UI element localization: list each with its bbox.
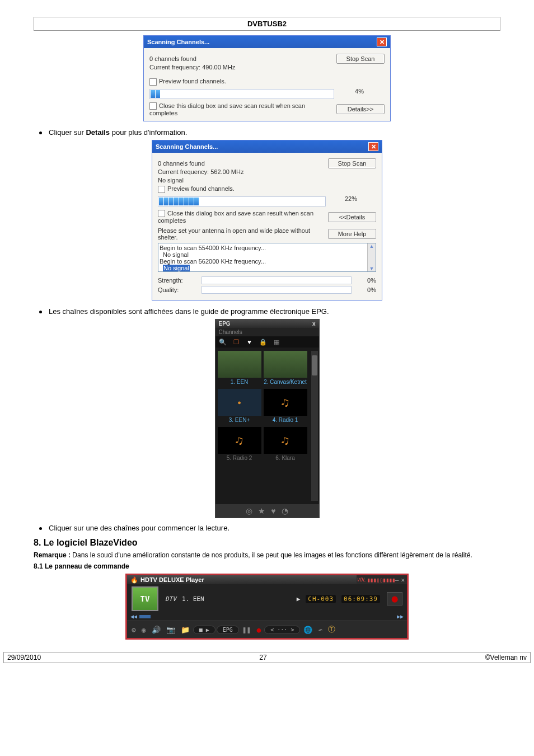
details-collapse-button[interactable]: <<Details [328, 212, 376, 222]
minimize-icon[interactable]: — [395, 576, 399, 584]
prev-track-icon[interactable]: ◀◀ [130, 613, 137, 619]
scan-progress-bar [158, 196, 326, 206]
star-icon[interactable]: ★ [258, 506, 265, 515]
vol-label: VOL [357, 577, 367, 583]
scanning-dialog-detailed: Scanning Channels... ✕ 0 channels found … [152, 140, 382, 300]
music-icon: ♫ [233, 433, 245, 448]
channel-label: 5. Radio 2 [218, 455, 261, 462]
channel-thumb [264, 351, 307, 378]
bullet-text-epg: Les chaînes disponibles sont affichées d… [49, 307, 329, 316]
record-icon[interactable]: ⬤ [387, 592, 402, 605]
close-on-complete-label: Close this dialog box and save scan resu… [158, 210, 313, 224]
heart-icon[interactable]: ♥ [271, 506, 275, 515]
log-line-selected: No signal [163, 265, 190, 271]
dialog-title: Scanning Channels... [147, 39, 209, 45]
remark-text: Dans le souci d'une amélioration constan… [71, 551, 472, 559]
close-icon[interactable]: ✕ [368, 142, 378, 151]
epg-bottom-bar: ◎ ★ ♥ ◔ [216, 504, 319, 518]
scan-percent: 4% [334, 88, 385, 95]
preview-label: Preview found channels. [159, 78, 226, 84]
channel-item[interactable]: ♫ 4. Radio 1 [264, 389, 307, 424]
vol-bars: ▮▮▮▯▯▮▮▮▮ [367, 576, 395, 584]
log-scrollbar[interactable]: ▲▼ [367, 243, 376, 271]
remark-paragraph: Remarque : Dans le souci d'une améliorat… [34, 551, 500, 559]
search-icon[interactable]: 🔍 [219, 338, 227, 346]
gear-icon[interactable]: ⚙ [129, 626, 138, 634]
quality-value: 0% [356, 287, 376, 293]
antenna-icon[interactable]: ◎ [246, 506, 252, 515]
channel-label: 2. Canvas/Ketnet [264, 379, 307, 386]
strength-label: Strength: [158, 277, 197, 284]
bullet-icon [39, 311, 42, 313]
channel-item[interactable]: ♫ 6. Klara [264, 427, 307, 462]
footer-date: 29/09/2010 [7, 654, 41, 661]
channel-label: 1. EEN [218, 379, 261, 386]
record-button[interactable]: ● [254, 626, 263, 634]
seek-bar[interactable] [139, 615, 151, 618]
epg-subtitle: Channels [216, 328, 319, 336]
epg-panel: EPG x Channels 🔍 ❐ ♥ 🔒 ▦ 1. EEN 2. Canva… [215, 319, 320, 518]
more-help-button[interactable]: More Help [328, 229, 376, 239]
details-button[interactable]: Details>> [336, 104, 385, 114]
channel-number-lcd: CH-003 [306, 595, 336, 603]
camera-icon[interactable]: 📷 [164, 626, 177, 634]
log-line: No signal [160, 251, 374, 258]
stop-scan-button[interactable]: Stop Scan [336, 54, 385, 64]
scroll-down-icon[interactable]: ▼ [369, 266, 374, 271]
speaker-icon[interactable]: 🔊 [149, 626, 163, 634]
footer-copyright: ©Velleman nv [485, 654, 527, 661]
channel-item[interactable]: 1. EEN [218, 351, 261, 386]
epg-toolbar: 🔍 ❐ ♥ 🔒 ▦ [216, 336, 319, 348]
stop-scan-button[interactable]: Stop Scan [328, 158, 376, 168]
scan-log: Begin to scan 554000 KHz frequency... No… [158, 243, 376, 272]
channel-label: 3. EEN+ [218, 417, 261, 424]
grid-icon[interactable]: ▦ [273, 338, 280, 346]
close-icon[interactable]: ✕ [377, 37, 387, 46]
preview-checkbox[interactable] [158, 186, 165, 193]
clock-icon[interactable]: ◔ [282, 506, 288, 515]
current-frequency-text: Current frequency: 490.00 MHz [149, 64, 334, 71]
eye-icon[interactable]: ◉ [139, 626, 148, 634]
close-on-complete-checkbox[interactable] [149, 102, 157, 110]
page-footer: 29/09/2010 27 ©Velleman nv [3, 652, 531, 663]
stop-button[interactable]: ■ ▶ [193, 626, 216, 634]
page-icon[interactable]: ❐ [232, 338, 240, 346]
music-icon: ♫ [279, 395, 291, 410]
channel-label: 4. Radio 1 [264, 417, 307, 424]
quality-label: Quality: [158, 287, 197, 293]
globe-icon[interactable]: 🌐 [301, 626, 315, 634]
close-icon[interactable]: ✕ [401, 576, 405, 584]
dialog-titlebar: Scanning Channels... ✕ [144, 36, 390, 48]
doc-header: DVBTUSB2 [34, 17, 500, 31]
next-track-icon[interactable]: ▶▶ [397, 613, 404, 619]
heading-8-1: 8.1 Le panneau de commande [34, 562, 500, 570]
player-title: 🔥 HDTV DELUXE Player [127, 575, 357, 584]
lock-icon[interactable]: 🔒 [259, 338, 267, 346]
channel-item[interactable]: ● 3. EEN+ [218, 389, 261, 424]
epg-scrollbar[interactable] [311, 351, 318, 501]
preview-checkbox[interactable] [149, 78, 157, 86]
channels-found-text: 0 channels found [158, 160, 326, 167]
channel-item[interactable]: 2. Canvas/Ketnet [264, 351, 307, 386]
play-icon[interactable]: ▶ [297, 595, 301, 603]
strength-bar [202, 276, 352, 284]
teletext-icon[interactable]: Ⓣ [326, 624, 338, 635]
close-icon[interactable]: x [312, 321, 316, 327]
heart-icon[interactable]: ♥ [246, 338, 254, 346]
close-on-complete-checkbox[interactable] [158, 210, 165, 217]
no-signal-text: No signal [158, 177, 326, 184]
pause-icon[interactable]: ❚❚ [240, 626, 254, 634]
scan-progress-bar [149, 89, 334, 99]
music-icon: ♫ [279, 433, 291, 448]
scroll-up-icon[interactable]: ▲ [369, 243, 374, 249]
dialog-titlebar: Scanning Channels... ✕ [152, 140, 382, 153]
bullet-text-click-channel: Cliquer sur une des chaînes pour commenc… [49, 524, 229, 532]
undo-icon[interactable]: ↶ [316, 626, 325, 634]
bullet-icon [39, 132, 42, 134]
channel-name-label: 1. EEN [182, 595, 204, 603]
folder-icon[interactable]: 📁 [179, 626, 192, 634]
channels-found-text: 0 channels found [149, 55, 334, 62]
epg-button[interactable]: EPG [217, 626, 239, 634]
channel-item[interactable]: ♫ 5. Radio 2 [218, 427, 261, 462]
prev-channel-button[interactable]: < ··· > [264, 626, 300, 634]
